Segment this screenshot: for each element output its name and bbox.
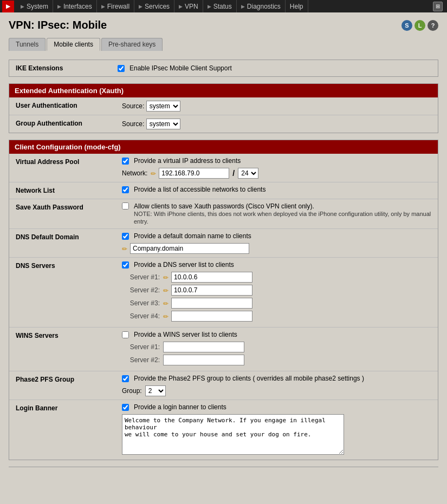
dns-domain-checkbox-text: Provide a default domain name to clients: [134, 232, 251, 240]
dns-domain-input-wrap: ✏: [122, 243, 433, 254]
vap-checkbox-row: Provide a virtual IP address to clients: [122, 157, 433, 165]
nav-help[interactable]: Help: [286, 0, 308, 12]
wins-server-2-label: Server #2:: [122, 356, 160, 364]
dns-server-1-row: Server #1: ✏: [122, 272, 433, 283]
ike-row: IKE Extensions Enable IPsec Mobile Clien…: [9, 60, 438, 76]
wins-server-1-input[interactable]: [163, 342, 244, 352]
user-auth-value: Source: system local radius: [118, 97, 438, 115]
save-xauth-checkbox-label[interactable]: Allow clients to save Xauth passwords (C…: [122, 202, 433, 225]
dns-domain-field-wrap: ✏: [122, 243, 433, 254]
group-auth-source-select[interactable]: system local radius: [146, 119, 180, 129]
vap-checkbox[interactable]: [122, 158, 129, 165]
user-auth-source-label: Source:: [122, 102, 144, 110]
dns-servers-checkbox-label[interactable]: Provide a DNS server list to clients: [122, 261, 433, 269]
nav-interfaces[interactable]: ▶ Interfaces: [53, 0, 97, 12]
user-auth-source-select[interactable]: system local radius: [146, 101, 180, 112]
user-auth-label: User Authentication: [9, 97, 118, 115]
dns-servers-checkbox[interactable]: [122, 261, 129, 269]
nav-arrow: ▶: [101, 4, 105, 9]
group-auth-source-label: Source:: [122, 120, 144, 128]
dns-domain-input[interactable]: [130, 243, 249, 254]
nav-firewall[interactable]: ▶ Firewall: [97, 0, 134, 12]
nav-firewall-label: Firewall: [107, 3, 129, 10]
client-config-header: Client Configuration (mode-cfg): [9, 140, 438, 154]
tab-tunnels[interactable]: Tunnels: [9, 38, 46, 51]
login-banner-textarea-wrap: Welcome to the Company Network. If you e…: [122, 414, 433, 456]
ike-checkbox-text: Enable IPsec Mobile Client Support: [129, 64, 232, 72]
vap-value: Provide a virtual IP address to clients …: [118, 154, 438, 182]
ike-checkbox[interactable]: [118, 65, 125, 72]
help-s-button[interactable]: S: [401, 20, 412, 31]
phase2-group-select[interactable]: 1 2 5 14 15 16: [145, 385, 166, 396]
nav-vpn-label: VPN: [185, 3, 198, 10]
dns-domain-checkbox-label[interactable]: Provide a default domain name to clients: [122, 232, 433, 240]
dns-server-1-wrap: ✏: [163, 272, 252, 283]
pencil-icon: ✏: [122, 245, 128, 252]
login-banner-checkbox[interactable]: [122, 404, 129, 411]
tab-mobile-clients[interactable]: Mobile clients: [47, 38, 100, 51]
vap-checkbox-label[interactable]: Provide a virtual IP address to clients: [122, 157, 433, 165]
xauth-header: Extended Authentication (Xauth): [9, 84, 438, 97]
ike-section: IKE Extensions Enable IPsec Mobile Clien…: [9, 60, 438, 77]
phase2-pfs-checkbox-label[interactable]: Provide the Phase2 PFS group to clients …: [122, 375, 433, 382]
dns-server-3-input[interactable]: [171, 298, 252, 309]
dns-server-2-wrap: ✏: [163, 285, 252, 296]
phase2-pfs-label: Phase2 PFS Group: [9, 371, 118, 400]
dns-servers-label: DNS Servers: [9, 258, 118, 328]
netlist-checkbox-label[interactable]: Provide a list of accessible networks to…: [122, 186, 433, 193]
help-q-button[interactable]: ?: [427, 20, 438, 31]
dns-server-2-input[interactable]: [171, 285, 252, 296]
wins-servers-value: Provide a WINS server list to clients Se…: [118, 328, 438, 371]
help-icons: S L ?: [401, 20, 438, 31]
nav-right-icons: ⊞: [433, 2, 445, 11]
nav-help-label: Help: [290, 3, 303, 10]
netlist-value: Provide a list of accessible networks to…: [118, 182, 438, 199]
netlist-checkbox-text: Provide a list of accessible networks to…: [134, 186, 265, 193]
client-config-section: Client Configuration (mode-cfg) Virtual …: [9, 140, 438, 460]
save-xauth-checkbox[interactable]: [122, 202, 129, 210]
pencil-icon: ✏: [151, 170, 157, 176]
dns-server-1-label: Server #1:: [122, 273, 160, 281]
dns-server-4-row: Server #4: ✏: [122, 311, 433, 322]
login-banner-row: Login Banner Provide a login banner to c…: [9, 400, 438, 460]
phase2-pfs-value: Provide the Phase2 PFS group to clients …: [118, 371, 438, 400]
netlist-checkbox[interactable]: [122, 186, 129, 193]
nav-services[interactable]: ▶ Services: [134, 0, 174, 12]
dns-server-4-wrap: ✏: [163, 311, 252, 322]
dns-server-2-row: Server #2: ✏: [122, 285, 433, 296]
phase2-pfs-checkbox[interactable]: [122, 375, 129, 382]
nav-interfaces-label: Interfaces: [63, 3, 92, 10]
nav-arrow: ▶: [241, 4, 245, 9]
wins-servers-checkbox[interactable]: [122, 331, 129, 338]
nav-status[interactable]: ▶ Status: [203, 0, 237, 12]
nav-system[interactable]: ▶ System: [16, 0, 53, 12]
nav-diagnostics[interactable]: ▶ Diagnostics: [237, 0, 286, 12]
nav-vpn[interactable]: ▶ VPN: [174, 0, 203, 12]
dns-server-2-label: Server #2:: [122, 286, 160, 294]
login-banner-textarea[interactable]: Welcome to the Company Network. If you e…: [122, 414, 344, 455]
login-banner-checkbox-label[interactable]: Provide a login banner to clients: [122, 403, 433, 411]
help-l-button[interactable]: L: [414, 20, 425, 31]
dns-server-4-input[interactable]: [171, 311, 252, 322]
wins-servers-checkbox-label[interactable]: Provide a WINS server list to clients: [122, 331, 433, 338]
dns-server-inputs: Server #1: ✏ Server #2: ✏: [122, 272, 433, 322]
vap-network-input[interactable]: [159, 168, 229, 179]
group-auth-row: Group Authentication Source: system loca…: [9, 115, 438, 133]
ike-checkbox-label[interactable]: Enable IPsec Mobile Client Support: [118, 64, 232, 72]
wins-servers-label: WINS Servers: [9, 328, 118, 371]
tabs-row: Tunnels Mobile clients Pre-shared keys: [9, 38, 438, 51]
dns-server-3-row: Server #3: ✏: [122, 298, 433, 309]
login-banner-label: Login Banner: [9, 400, 118, 460]
tab-pre-shared-keys[interactable]: Pre-shared keys: [101, 38, 163, 51]
nav-icon-ctrl[interactable]: ⊞: [433, 2, 443, 11]
vap-cidr-select[interactable]: 8 16 24 25 26 27 28 29 30 32: [238, 168, 258, 179]
phase2-pfs-row: Phase2 PFS Group Provide the Phase2 PFS …: [9, 371, 438, 400]
dns-server-1-input[interactable]: [171, 272, 252, 283]
dns-domain-checkbox[interactable]: [122, 233, 129, 240]
dns-server-4-label: Server #4:: [122, 312, 160, 320]
netlist-row: Network List Provide a list of accessibl…: [9, 182, 438, 199]
wins-server-2-input[interactable]: [163, 355, 244, 365]
page-title-row: VPN: IPsec: Mobile S L ?: [9, 19, 438, 31]
client-config-table: Virtual Address Pool Provide a virtual I…: [9, 154, 438, 460]
xauth-table: User Authentication Source: system local…: [9, 97, 438, 133]
